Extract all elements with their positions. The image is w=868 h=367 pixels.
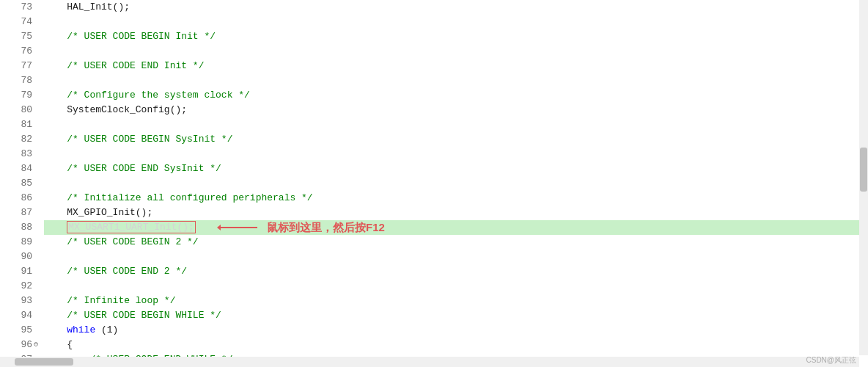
watermark: CSDN@风正弦 xyxy=(806,355,857,366)
line-number: 88 xyxy=(3,220,32,235)
comment-text: /* Infinite loop */ xyxy=(44,295,175,306)
code-line: /* USER CODE END 2 */ xyxy=(44,264,868,279)
line-number: 77 xyxy=(3,59,32,73)
scrollbar-thumb[interactable] xyxy=(860,148,867,192)
code-line: /* USER CODE BEGIN SysInit */ xyxy=(44,132,868,147)
code-line: { xyxy=(44,338,868,352)
line-number: 86 xyxy=(3,191,32,206)
arrow-icon xyxy=(217,221,261,234)
scrollbar-bottom-thumb[interactable] xyxy=(15,358,73,366)
line-number: 75 xyxy=(3,29,32,44)
line-number: 73 xyxy=(3,0,32,15)
comment-text: /* Initialize all configured peripherals… xyxy=(44,192,313,203)
comment-text: /* USER CODE BEGIN SysInit */ xyxy=(44,134,232,145)
line-number: 92 xyxy=(3,279,32,294)
code-line xyxy=(44,117,868,132)
code-line xyxy=(44,250,868,264)
code-line: /* USER CODE END SysInit */ xyxy=(44,161,868,176)
svg-marker-1 xyxy=(217,225,221,230)
line-number: 80 xyxy=(3,103,32,117)
code-line: /* USER CODE BEGIN 2 */ xyxy=(44,235,868,250)
code-text: MX_GPIO_Init(); xyxy=(44,207,152,218)
comment-text: /* USER CODE BEGIN Init */ xyxy=(44,31,216,42)
code-line xyxy=(44,73,868,88)
code-line: MX_GPIO_Init(); xyxy=(44,206,868,220)
line-number: 89 xyxy=(3,235,32,250)
scrollbar-right[interactable] xyxy=(859,0,868,355)
highlighted-function-call: MX_USART1_UART_Init(); xyxy=(67,221,196,233)
comment-text: /* USER CODE BEGIN WHILE */ xyxy=(44,310,221,321)
comment-text: /* USER CODE END SysInit */ xyxy=(44,163,221,174)
code-line: /* Initialize all configured peripherals… xyxy=(44,191,868,206)
arrow-annotation: 鼠标到这里，然后按F12 xyxy=(217,220,385,235)
line-number: 78 xyxy=(3,73,32,88)
code-line: /* Infinite loop */ xyxy=(44,294,868,308)
line-number: 90 xyxy=(3,250,32,264)
comment-text: /* USER CODE BEGIN 2 */ xyxy=(44,236,199,247)
code-line: /* USER CODE END Init */ xyxy=(44,59,868,73)
code-text: (1) xyxy=(95,324,118,335)
line-number: 81 xyxy=(3,117,32,132)
code-text: HAL_Init(); xyxy=(44,1,130,12)
code-line: HAL_Init(); xyxy=(44,0,868,15)
code-text: SystemClock_Config(); xyxy=(44,104,187,115)
code-line: /* USER CODE BEGIN Init */ xyxy=(44,29,868,44)
code-line xyxy=(44,44,868,59)
comment-text: /* USER CODE END 2 */ xyxy=(44,266,187,277)
code-line xyxy=(44,15,868,29)
keyword: while xyxy=(44,324,95,335)
line-number: 84 xyxy=(3,161,32,176)
line-number: 95 xyxy=(3,323,32,338)
line-number: 74 xyxy=(3,15,32,29)
code-line: MX_USART1_UART_Init();鼠标到这里，然后按F12 xyxy=(44,220,868,235)
code-area: 7374757677787980818283848586878889909192… xyxy=(0,0,868,367)
line-number: 93 xyxy=(3,294,32,308)
code-line xyxy=(44,279,868,294)
line-number: 76 xyxy=(3,44,32,59)
line-number: 94 xyxy=(3,308,32,323)
code-line xyxy=(44,176,868,191)
line-numbers: 7374757677787980818283848586878889909192… xyxy=(0,0,38,367)
editor-container: 7374757677787980818283848586878889909192… xyxy=(0,0,868,367)
code-content[interactable]: HAL_Init(); /* USER CODE BEGIN Init */ /… xyxy=(38,0,868,367)
code-line: while (1) xyxy=(44,323,868,338)
annotation-text: 鼠标到这里，然后按F12 xyxy=(267,220,385,235)
code-text: { xyxy=(44,339,73,350)
line-number: 87 xyxy=(3,206,32,220)
code-line xyxy=(44,147,868,161)
comment-text: /* Configure the system clock */ xyxy=(44,90,250,101)
code-line: SystemClock_Config(); xyxy=(44,103,868,117)
line-number: 91 xyxy=(3,264,32,279)
line-number: 82 xyxy=(3,132,32,147)
line-number: 85 xyxy=(3,176,32,191)
scrollbar-bottom[interactable] xyxy=(0,357,859,367)
line-number: 96 xyxy=(3,338,32,352)
line-number: 83 xyxy=(3,147,32,161)
comment-text: /* USER CODE END Init */ xyxy=(44,60,204,71)
code-line: /* USER CODE BEGIN WHILE */ xyxy=(44,308,868,323)
line-number: 79 xyxy=(3,88,32,103)
code-line: /* Configure the system clock */ xyxy=(44,88,868,103)
